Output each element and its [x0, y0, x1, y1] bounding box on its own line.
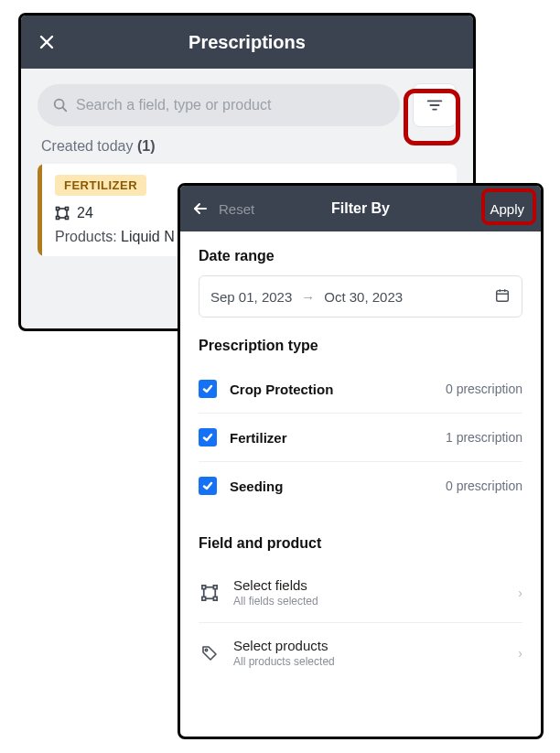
- section-created-today: Created today (1): [21, 136, 473, 164]
- filter-panel: Reset Filter By Apply Date range Sep 01,…: [178, 183, 544, 739]
- svg-rect-11: [66, 217, 69, 220]
- svg-rect-18: [202, 585, 206, 588]
- select-fields-row[interactable]: Select fields All fields selected ›: [199, 563, 522, 623]
- field-product-list: Select fields All fields selected › Sele…: [199, 563, 522, 683]
- date-range-input[interactable]: Sep 01, 2023 → Oct 30, 2023: [199, 275, 522, 317]
- arrow-right-icon: →: [301, 289, 315, 305]
- prescriptions-header: Prescriptions: [21, 16, 473, 69]
- area-icon: [55, 206, 70, 221]
- products-label: Products:: [55, 229, 117, 244]
- type-count: 1 prescription: [446, 430, 522, 445]
- close-button[interactable]: [34, 29, 59, 55]
- field-product-label: Field and product: [199, 535, 522, 552]
- svg-rect-8: [57, 208, 59, 210]
- date-to: Oct 30, 2023: [324, 289, 403, 305]
- select-products-title: Select products: [233, 638, 335, 653]
- svg-rect-9: [66, 208, 69, 210]
- prescription-type-label: Prescription type: [199, 338, 522, 354]
- svg-rect-13: [497, 290, 509, 301]
- checkbox[interactable]: [199, 477, 217, 495]
- apply-button[interactable]: Apply: [484, 198, 530, 221]
- filter-button[interactable]: [413, 83, 457, 127]
- type-name: Fertilizer: [230, 430, 287, 446]
- section-count: (1): [137, 138, 156, 154]
- svg-rect-10: [57, 217, 59, 220]
- svg-line-3: [63, 108, 67, 112]
- type-row-fertilizer[interactable]: Fertilizer 1 prescription: [199, 414, 522, 462]
- apply-label: Apply: [490, 201, 524, 217]
- filter-header: Reset Filter By Apply: [180, 186, 541, 231]
- reset-button[interactable]: Reset: [219, 201, 254, 217]
- area-icon: [199, 584, 221, 602]
- type-row-crop-protection[interactable]: Crop Protection 0 prescription: [199, 365, 522, 414]
- checkbox[interactable]: [199, 380, 217, 398]
- search-icon: [52, 97, 69, 113]
- checkbox[interactable]: [199, 428, 217, 446]
- select-products-row[interactable]: Select products All products selected ›: [199, 623, 522, 683]
- search-input[interactable]: Search a field, type or product: [38, 84, 400, 126]
- page-title: Prescriptions: [21, 32, 473, 53]
- chevron-right-icon: ›: [518, 646, 522, 661]
- svg-rect-21: [213, 597, 217, 600]
- type-name: Seeding: [230, 479, 283, 494]
- select-fields-sub: All fields selected: [233, 595, 318, 608]
- type-name: Crop Protection: [230, 382, 333, 397]
- chevron-right-icon: ›: [518, 586, 522, 600]
- filter-icon: [425, 95, 445, 115]
- back-button[interactable]: [191, 199, 215, 218]
- svg-rect-19: [213, 585, 217, 588]
- date-range-label: Date range: [199, 248, 522, 264]
- search-placeholder: Search a field, type or product: [76, 97, 271, 113]
- products-value: Liquid N: [121, 229, 175, 244]
- tag-icon: [199, 644, 221, 662]
- type-row-seeding[interactable]: Seeding 0 prescription: [199, 462, 522, 517]
- section-label-text: Created today: [41, 138, 134, 154]
- svg-rect-20: [202, 597, 206, 600]
- back-arrow-icon: [191, 199, 210, 218]
- select-products-sub: All products selected: [233, 655, 335, 668]
- close-icon: [38, 33, 56, 51]
- svg-point-22: [205, 649, 207, 651]
- filter-body: Date range Sep 01, 2023 → Oct 30, 2023 P…: [180, 231, 541, 737]
- card-tag: FERTILIZER: [55, 175, 146, 196]
- prescription-type-list: Crop Protection 0 prescription Fertilize…: [199, 365, 522, 517]
- calendar-icon: [494, 287, 511, 307]
- select-fields-title: Select fields: [233, 577, 318, 593]
- card-count: 24: [77, 205, 93, 221]
- type-count: 0 prescription: [446, 382, 522, 396]
- type-count: 0 prescription: [446, 479, 522, 493]
- date-from: Sep 01, 2023: [210, 289, 292, 305]
- search-row: Search a field, type or product: [21, 69, 473, 136]
